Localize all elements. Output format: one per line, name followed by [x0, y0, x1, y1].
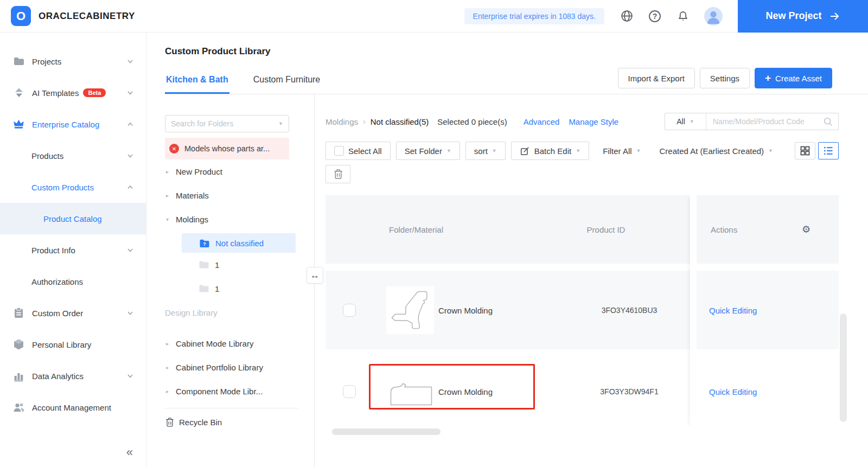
sidebar-item-ai-templates[interactable]: AI Templates Beta — [0, 77, 146, 108]
create-asset-label: Create Asset — [775, 74, 822, 83]
main-area: Custom Product Library Kitchen & Bath Cu… — [146, 33, 868, 467]
app-logo[interactable]: O — [11, 6, 31, 26]
brand-name: ORACLECABINETRY — [39, 11, 135, 22]
column-settings-gear-icon[interactable]: ⚙ — [802, 195, 810, 264]
quick-editing-link[interactable]: Quick Editing — [709, 387, 757, 396]
manage-style-link[interactable]: Manage Style — [569, 117, 618, 126]
grid-view-button[interactable] — [795, 142, 815, 159]
users-icon — [13, 401, 25, 413]
row-checkbox[interactable] — [343, 304, 356, 317]
quick-editing-link[interactable]: Quick Editing — [709, 305, 757, 315]
sidebar-item-enterprise-catalog[interactable]: Enterprise Catalog — [0, 108, 146, 140]
set-folder-button[interactable]: Set Folder ▼ — [396, 142, 460, 160]
order-dropdown[interactable]: Created At (Earliest Created) ▼ — [659, 146, 773, 156]
tab-custom-furniture[interactable]: Custom Furniture — [252, 68, 322, 94]
sidebar-item-label: Enterprise Catalog — [32, 120, 99, 129]
product-thumbnail[interactable] — [386, 375, 436, 408]
filter-dropdown[interactable]: Filter All ▼ — [603, 146, 641, 156]
product-thumbnail[interactable] — [386, 286, 434, 334]
caret-collapsed-icon[interactable]: ▸ — [165, 341, 173, 347]
sidebar-item-product-info[interactable]: Product Info — [0, 234, 146, 266]
caret-collapsed-icon[interactable]: ▸ — [165, 169, 173, 175]
batch-edit-button[interactable]: Batch Edit ▼ — [511, 142, 589, 160]
list-view-button[interactable] — [818, 142, 839, 159]
settings-button[interactable]: Settings — [700, 68, 750, 88]
delete-button[interactable] — [326, 165, 350, 183]
beta-badge: Beta — [83, 88, 106, 97]
row-checkbox[interactable] — [343, 385, 356, 398]
content-area: Moldings › Not classified(5) Selected 0 … — [315, 94, 868, 467]
column-header-product-id: Product ID — [587, 195, 626, 264]
cube-icon — [13, 338, 25, 350]
sidebar-item-personal-library[interactable]: Personal Library — [0, 329, 146, 360]
trial-notice-badge: Enterprise trial expires in 1083 days. — [464, 8, 604, 24]
sidebar-item-custom-products[interactable]: Custom Products — [0, 171, 146, 203]
dropdown-arrow-icon: ▼ — [636, 148, 641, 153]
advanced-link[interactable]: Advanced — [524, 117, 560, 126]
select-all-checkbox[interactable] — [334, 146, 344, 156]
dropdown-arrow-icon: ▼ — [278, 121, 283, 126]
tree-item-moldings[interactable]: ▾ Moldings — [165, 207, 306, 231]
folder-search-input[interactable] — [171, 119, 278, 128]
table-row[interactable]: Crown Molding 3FO3Y3DW94F1 Quick Editing — [326, 356, 839, 427]
caret-expanded-icon[interactable]: ▾ — [165, 216, 173, 222]
tree-item-not-classified[interactable]: ? Not classified — [182, 233, 296, 253]
folder-search-box[interactable]: ▼ — [165, 115, 289, 132]
tab-kitchen-and-bath[interactable]: Kitchen & Bath — [165, 68, 229, 94]
column-header-folder-material: Folder/Material — [389, 195, 443, 264]
chevron-down-icon — [126, 309, 134, 317]
search-icon[interactable] — [824, 117, 833, 126]
sidebar-item-custom-order[interactable]: Custom Order — [0, 297, 146, 329]
header-icons: ? — [620, 7, 723, 25]
dropdown-arrow-icon: ▼ — [492, 148, 497, 153]
tree-item-materials[interactable]: ▸ Materials — [165, 183, 306, 207]
product-table: Folder/Material Product ID Actions ⚙ Cro… — [326, 195, 839, 427]
horizontal-scrollbar[interactable] — [332, 428, 441, 435]
select-all-button[interactable]: Select All — [326, 142, 391, 160]
tab-actions: Import & Export Settings + Create Asset — [618, 68, 832, 94]
new-project-button[interactable]: New Project — [738, 0, 868, 33]
panel-resize-handle[interactable]: ↔ — [307, 267, 323, 284]
product-search-input[interactable] — [706, 117, 824, 126]
fixed-column-divider — [690, 195, 697, 427]
sidebar-item-projects[interactable]: Projects — [0, 46, 146, 77]
tree-item-cabinet-portfolio-library[interactable]: ▸ Cabinet Portfolio Library — [165, 355, 306, 379]
tree-alert-models[interactable]: ✕ Models whose parts ar... — [165, 138, 289, 159]
import-export-button[interactable]: Import & Export — [618, 68, 695, 88]
vertical-scrollbar[interactable] — [840, 314, 847, 422]
actions-toolbar: Select All Set Folder ▼ sort ▼ Ba — [326, 142, 839, 160]
breadcrumb-parent[interactable]: Moldings — [326, 117, 358, 126]
sidebar-item-authorizations[interactable]: Authorizations — [0, 266, 146, 297]
caret-collapsed-icon[interactable]: ▸ — [165, 364, 173, 370]
globe-icon[interactable] — [620, 9, 634, 23]
chevron-down-icon — [126, 152, 134, 159]
recycle-bin-item[interactable]: Recycle Bin — [165, 410, 306, 434]
sidebar-item-products[interactable]: Products — [0, 140, 146, 171]
product-id: 3FO3Y3DW94F1 — [586, 387, 673, 396]
sidebar-collapse-button[interactable]: « — [126, 445, 133, 459]
help-icon[interactable]: ? — [648, 9, 662, 23]
user-avatar[interactable] — [704, 7, 723, 25]
notifications-bell-icon[interactable] — [676, 9, 690, 23]
folder-icon — [199, 260, 209, 269]
sidebar-item-data-analytics[interactable]: Data Analytics — [0, 360, 146, 392]
column-header-actions: Actions — [711, 195, 737, 264]
tree-item-new-product[interactable]: ▸ New Product — [165, 159, 306, 183]
product-name: Crown Molding — [438, 305, 493, 315]
sidebar-item-account-management[interactable]: Account Management — [0, 392, 146, 423]
create-asset-button[interactable]: + Create Asset — [755, 68, 832, 88]
caret-collapsed-icon[interactable]: ▸ — [165, 193, 173, 199]
tree-item-folder-2[interactable]: 1 — [165, 277, 306, 300]
table-row[interactable]: Crown Molding 3FO3Y4610BU3 Quick Editing — [326, 271, 839, 349]
tree-item-folder-1[interactable]: 1 — [165, 253, 306, 277]
sidebar-item-product-catalog[interactable]: Product Catalog — [0, 203, 146, 234]
sort-button[interactable]: sort ▼ — [465, 142, 506, 160]
clipboard-icon — [13, 307, 25, 319]
top-header: O ORACLECABINETRY Enterprise trial expir… — [0, 0, 868, 33]
tree-item-component-mode-library[interactable]: ▸ Component Mode Libr... — [165, 379, 306, 403]
caret-collapsed-icon[interactable]: ▸ — [165, 388, 173, 394]
chevron-down-icon — [126, 372, 134, 380]
search-scope-dropdown[interactable]: All ▼ — [665, 113, 706, 130]
tree-item-cabinet-mode-library[interactable]: ▸ Cabinet Mode Library — [165, 331, 306, 355]
arrow-right-icon — [829, 11, 840, 21]
